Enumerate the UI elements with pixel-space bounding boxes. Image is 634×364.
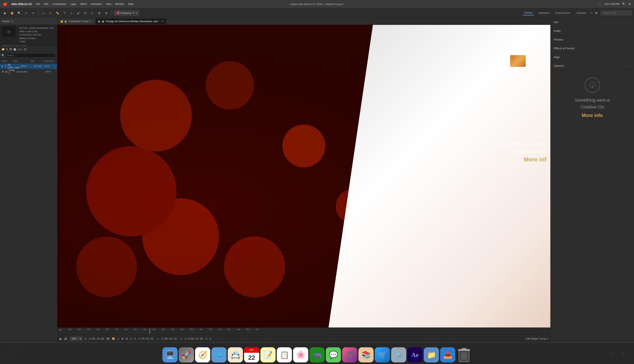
right-panel-preview[interactable]: Preview	[551, 35, 634, 44]
menu-composition[interactable]: Composition	[52, 2, 66, 6]
tool-text[interactable]: T	[62, 10, 67, 16]
import-icon[interactable]: ⬇	[6, 48, 8, 51]
tool-puppet[interactable]: ⊛	[104, 10, 109, 16]
project-search-input[interactable]	[5, 53, 56, 58]
dock-finder[interactable]: 🖥️	[162, 347, 177, 362]
color-icon[interactable]: ⬤	[14, 48, 16, 51]
tool-hand[interactable]: ✋	[9, 10, 15, 16]
viewer-tab-footage[interactable]: ⬤ 🔒 Footage 4K-Chimei-inn-60mbps (4ksamp…	[96, 19, 166, 24]
menu-file[interactable]: File	[36, 2, 40, 6]
dock-messages[interactable]: 💬	[326, 347, 341, 362]
tool-redo[interactable]: ↪	[30, 10, 36, 16]
audio-btn[interactable]: 🔊	[64, 337, 67, 340]
render-icon[interactable]: ⊲	[205, 338, 207, 340]
workspace-standard[interactable]: Standard	[537, 11, 551, 15]
dock-facetime[interactable]: 📹	[309, 347, 325, 362]
workspace-small[interactable]: Small Screen	[554, 11, 572, 15]
menu-window[interactable]: Window	[115, 2, 124, 6]
footage-tab-menu[interactable]: ☰	[162, 20, 164, 22]
play-btn[interactable]: ▶	[60, 337, 62, 340]
right-panel-align[interactable]: Align	[551, 53, 634, 62]
right-panel-info[interactable]: Info	[551, 18, 634, 26]
col-size-header[interactable]: Size	[30, 60, 44, 62]
dock-launchpad[interactable]: 🚀	[179, 347, 194, 362]
viewer-tab-comp[interactable]: ⬤ 🔒 Composition Comp 1 ✕	[58, 19, 95, 24]
dock-calendar[interactable]: OCT 22	[244, 347, 259, 362]
apple-menu[interactable]: 🍎	[3, 2, 8, 6]
dock-notes[interactable]: 📝	[260, 347, 276, 362]
tool-mask[interactable]: ⬡	[48, 10, 53, 16]
dock-mail[interactable]: 🐦	[212, 347, 227, 362]
reset-icon[interactable]: ↺	[134, 338, 136, 340]
viewer-timeline-ruler[interactable]: 00s 02s 04s 06s 08s 10s 12s 14s 16s 18s …	[57, 328, 550, 334]
more-info-link[interactable]: More info	[554, 113, 631, 118]
tool-select[interactable]: ▶	[2, 10, 8, 16]
dock-books[interactable]: 📚	[358, 347, 374, 362]
project-item-1[interactable]: ⊞ Comp 1 Composition 29.97	[0, 69, 57, 74]
workspace-more-icon[interactable]: »	[591, 12, 592, 14]
zoom-select[interactable]: 50% 100% 25%	[70, 336, 82, 341]
menu-edit[interactable]: Edit	[44, 2, 48, 6]
dock-sysprefs[interactable]: ⚙️	[391, 347, 406, 362]
ruler-14s: 14s	[124, 328, 128, 330]
new-folder-icon[interactable]: 📁	[2, 48, 5, 51]
dock-trash[interactable]	[457, 347, 472, 362]
dock-music[interactable]: 🎵	[342, 347, 357, 362]
dock-aftereffects[interactable]: Ae	[407, 347, 422, 362]
video-viewer[interactable]: Something went w Creative Clo More inf	[57, 25, 550, 328]
col-fps-header[interactable]: Frame Ra...	[44, 60, 56, 62]
preview-icon[interactable]: ⊳	[210, 338, 212, 340]
tool-rect[interactable]: ▭	[41, 10, 46, 16]
dock-safari[interactable]: 🧭	[195, 347, 210, 362]
dock-downloads[interactable]: 📥	[440, 347, 455, 362]
right-panel-audio[interactable]: Audio	[551, 26, 634, 35]
tool-shape[interactable]: ◇	[69, 10, 74, 16]
quality-icon[interactable]: ◻	[117, 338, 119, 340]
footage-icon[interactable]: 🎬	[9, 48, 12, 51]
col-type-header[interactable]: Type	[13, 60, 30, 62]
menu-help[interactable]: Help	[128, 2, 133, 6]
col-name-header[interactable]: Name	[2, 60, 9, 62]
tool-roto[interactable]: ⊕	[97, 10, 102, 16]
timecode-current[interactable]: 0:00:18:00	[89, 337, 104, 340]
viewer-playhead[interactable]	[150, 328, 150, 334]
menu-effect[interactable]: Effect	[81, 2, 87, 6]
panel-menu-icon[interactable]: ☰	[11, 20, 13, 22]
right-panel-libraries[interactable]: Libraries »	[551, 62, 634, 70]
timecode-end[interactable]: 0:00:41:29	[162, 337, 177, 340]
tool-zoom[interactable]: 🔍	[16, 10, 22, 16]
delete-icon[interactable]: 🗑	[24, 48, 27, 51]
comp-tab-close[interactable]: ✕	[91, 20, 93, 22]
transparency-icon[interactable]: ⧈	[130, 338, 132, 340]
workspace-default[interactable]: Default	[523, 10, 534, 15]
fit-icon[interactable]: ⊡	[85, 338, 87, 340]
menu-view[interactable]: View	[106, 2, 111, 6]
menu-animation[interactable]: Animation	[91, 2, 102, 6]
help-search-input[interactable]	[600, 10, 632, 15]
dock-folder1[interactable]: 📁	[424, 347, 439, 362]
tool-pen[interactable]: ✏️	[55, 10, 60, 16]
tool-eraser[interactable]: ◻	[90, 10, 95, 16]
dock-reminders[interactable]: 📋	[277, 347, 292, 362]
list-icon[interactable]: ☰	[628, 2, 631, 6]
dock-photos[interactable]: 🌸	[293, 347, 308, 362]
tool-undo[interactable]: ↩	[23, 10, 29, 16]
workspace-extra-icon[interactable]: ⊞	[595, 12, 597, 14]
tool-paint[interactable]: 🖌	[76, 10, 81, 16]
app-name[interactable]: After Effects CC	[11, 2, 32, 6]
snapping-button[interactable]: 🧲 Snapping ✦ ⧆	[114, 10, 139, 16]
region-icon[interactable]: ⊠	[122, 338, 123, 340]
dock-appstore[interactable]: 🛒	[375, 347, 390, 362]
color-channels-icon[interactable]: 🎨	[112, 337, 115, 340]
right-panel-effects[interactable]: Effects & Presets	[551, 44, 634, 53]
grid-icon[interactable]: ⊞	[126, 338, 128, 340]
camera-icon[interactable]: 📷	[106, 337, 109, 340]
menu-layer[interactable]: Layer	[70, 2, 77, 6]
overlay-link[interactable]: More inf	[499, 156, 546, 163]
dock-contacts[interactable]: 📇	[228, 347, 243, 362]
footage-tab-close[interactable]: ✕	[159, 20, 161, 22]
search-icon[interactable]: 🔍	[622, 2, 625, 6]
tool-clone[interactable]: ⎘	[83, 10, 88, 16]
project-item-0[interactable]: ▶ 4K-Chim...mp4 MPEG 252 MB 29.97 ⬡	[0, 64, 57, 69]
workspace-libraries[interactable]: Libraries	[575, 11, 588, 15]
